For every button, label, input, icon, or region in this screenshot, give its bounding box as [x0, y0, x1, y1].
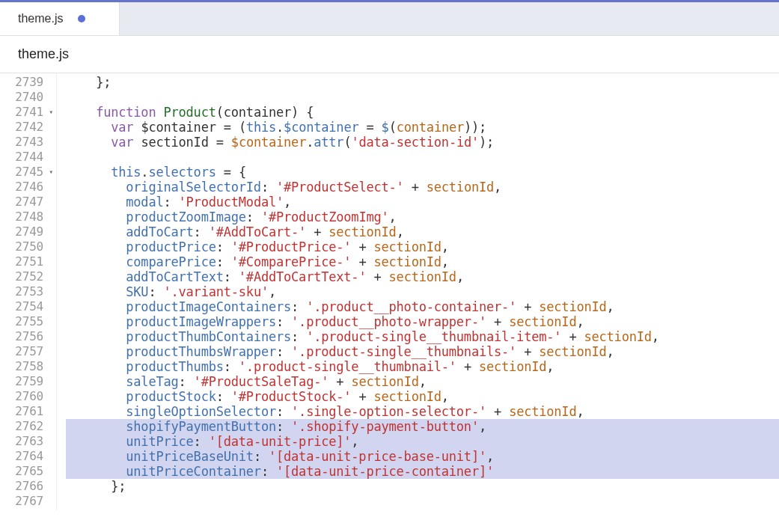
token-punc: :	[216, 389, 231, 404]
gutter-line[interactable]: 2750	[0, 239, 56, 254]
gutter-line[interactable]: 2757	[0, 344, 56, 359]
code-line[interactable]: unitPriceContainer: '[data-unit-price-co…	[66, 464, 779, 479]
token-space	[231, 165, 239, 180]
gutter-line[interactable]: 2760	[0, 389, 56, 404]
code-line[interactable]: modal: 'ProductModal',	[66, 195, 779, 210]
gutter-line[interactable]: 2755	[0, 314, 56, 329]
token-prop: comparePrice	[126, 254, 216, 269]
token-space	[343, 374, 351, 389]
token-str: '.product__photo-wrapper-'	[291, 314, 486, 329]
code-line[interactable]: saleTag: '#ProductSaleTag-' + sectionId,	[66, 374, 779, 389]
code-line[interactable]: singleOptionSelector: '.single-option-se…	[66, 404, 779, 419]
token-punc: ,	[486, 449, 494, 464]
token-punc: :	[224, 359, 239, 374]
gutter-line[interactable]: 2747	[0, 195, 56, 210]
gutter-line[interactable]: 2758	[0, 359, 56, 374]
tab-theme-js[interactable]: theme.js	[0, 2, 120, 35]
line-number: 2739	[15, 75, 43, 90]
token-punc: {	[239, 165, 246, 180]
token-str: '#AddToCartText-'	[239, 269, 367, 284]
gutter-line[interactable]: 2762	[0, 419, 56, 434]
code-line[interactable]: productThumbs: '.product-single__thumbna…	[66, 359, 779, 374]
token-space	[358, 120, 366, 135]
gutter-line[interactable]: 2740	[0, 90, 56, 105]
code-line[interactable]: SKU: '.variant-sku',	[66, 284, 779, 299]
gutter-line[interactable]: 2753	[0, 284, 56, 299]
line-number: 2752	[15, 269, 43, 284]
code-editor[interactable]: 273927402741▾2742274327442745▾2746274727…	[0, 73, 779, 510]
token-var: sectionId	[373, 239, 441, 254]
breadcrumb: theme.js	[0, 36, 779, 73]
fold-chevron-icon[interactable]: ▾	[45, 165, 53, 180]
token-punc: .	[276, 120, 284, 135]
code-line[interactable]: productStock: '#ProductStock-' + section…	[66, 389, 779, 404]
gutter-line[interactable]: 2764	[0, 449, 56, 464]
gutter-line[interactable]: 2759	[0, 374, 56, 389]
code-line[interactable]: addToCartText: '#AddToCartText-' + secti…	[66, 269, 779, 284]
token-prop: productZoomImage	[126, 210, 246, 224]
gutter-line[interactable]: 2749	[0, 224, 56, 239]
gutter-line[interactable]: 2767	[0, 494, 56, 509]
code-line[interactable]: shopifyPaymentButton: '.shopify-payment-…	[66, 419, 779, 434]
token-str: '[data-unit-price-container]'	[276, 464, 494, 479]
token-punc: );	[479, 135, 494, 150]
token-prop: productImageWrappers	[126, 314, 276, 329]
code-line[interactable]	[66, 494, 779, 509]
gutter-line[interactable]: 2743	[0, 135, 56, 150]
token-prop: singleOptionSelector	[126, 404, 276, 419]
token-space	[366, 389, 373, 404]
token-op: +	[373, 269, 381, 284]
token-punc: ,	[607, 299, 614, 314]
code-line[interactable]: productThumbsWrapper: '.product-single__…	[66, 344, 779, 359]
gutter-line[interactable]: 2752	[0, 269, 56, 284]
code-line[interactable]: unitPrice: '[data-unit-price]',	[66, 434, 779, 449]
gutter-line[interactable]: 2763	[0, 434, 56, 449]
tab-label: theme.js	[18, 12, 63, 25]
token-space	[501, 314, 509, 329]
token-punc: :	[224, 269, 239, 284]
gutter-line[interactable]: 2751	[0, 254, 56, 269]
line-number: 2751	[15, 254, 43, 269]
gutter-line[interactable]: 2739	[0, 75, 56, 90]
code-line[interactable]: productImageContainers: '.product__photo…	[66, 299, 779, 314]
code-line[interactable]: this.selectors = {	[66, 165, 779, 180]
token-str: '.product-single__thumbnail-item-'	[306, 329, 561, 344]
gutter-line[interactable]: 2765	[0, 464, 56, 479]
gutter-line[interactable]: 2742	[0, 120, 56, 135]
code-line[interactable]: productThumbContainers: '.product-single…	[66, 329, 779, 344]
code-line[interactable]: var sectionId = $container.attr('data-se…	[66, 135, 779, 150]
token-str: 'ProductModal'	[179, 195, 284, 210]
gutter-line[interactable]: 2766	[0, 479, 56, 494]
code-line[interactable]: addToCart: '#AddToCart-' + sectionId,	[66, 224, 779, 239]
code-line[interactable]: productPrice: '#ProductPrice-' + section…	[66, 239, 779, 254]
code-line[interactable]: originalSelectorId: '#ProductSelect-' + …	[66, 180, 779, 195]
gutter-line[interactable]: 2748	[0, 210, 56, 224]
token-op: =	[216, 135, 224, 150]
token-punc: ,	[576, 404, 584, 419]
gutter-line[interactable]: 2745▾	[0, 165, 56, 180]
token-prop: productThumbContainers	[126, 329, 291, 344]
code-line[interactable]: };	[66, 75, 779, 90]
code-area[interactable]: }; function Product(container) { var $co…	[57, 73, 779, 510]
token-op: +	[494, 404, 501, 419]
code-line[interactable]: function Product(container) {	[66, 105, 779, 120]
code-line[interactable]: unitPriceBaseUnit: '[data-unit-price-bas…	[66, 449, 779, 464]
code-line[interactable]: productZoomImage: '#ProductZoomImg',	[66, 210, 779, 224]
code-line[interactable]: productImageWrappers: '.product__photo-w…	[66, 314, 779, 329]
gutter-line[interactable]: 2754	[0, 299, 56, 314]
gutter-line[interactable]: 2756	[0, 329, 56, 344]
line-number-gutter[interactable]: 273927402741▾2742274327442745▾2746274727…	[0, 73, 57, 510]
code-line[interactable]: var $container = (this.$container = $(co…	[66, 120, 779, 135]
token-ident: sectionId	[141, 135, 208, 150]
code-line[interactable]: };	[66, 479, 779, 494]
code-line[interactable]: comparePrice: '#ComparePrice-' + section…	[66, 254, 779, 269]
gutter-line[interactable]: 2746	[0, 180, 56, 195]
gutter-line[interactable]: 2761	[0, 404, 56, 419]
gutter-line[interactable]: 2741▾	[0, 105, 56, 120]
gutter-line[interactable]: 2744	[0, 150, 56, 165]
token-punc: .	[306, 135, 314, 150]
fold-chevron-icon[interactable]: ▾	[45, 105, 53, 120]
token-space	[516, 299, 524, 314]
code-line[interactable]	[66, 150, 779, 165]
code-line[interactable]	[66, 90, 779, 105]
